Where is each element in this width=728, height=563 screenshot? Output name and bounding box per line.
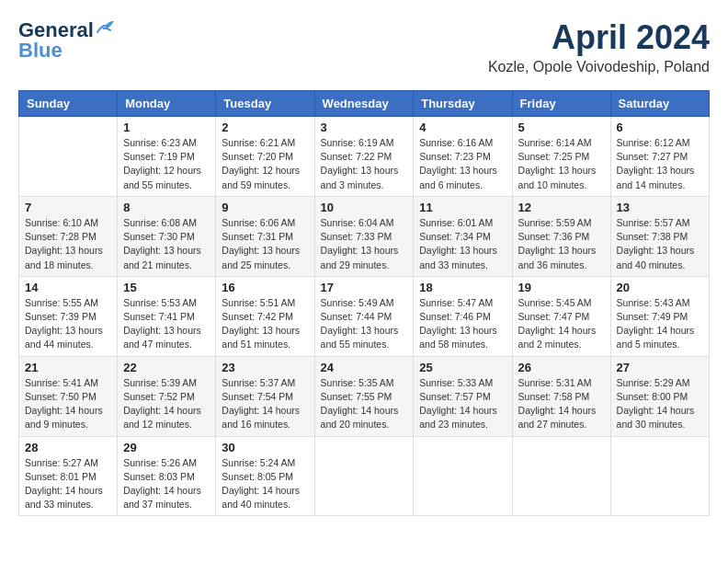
calendar-cell: 20Sunrise: 5:43 AM Sunset: 7:49 PM Dayli… bbox=[610, 276, 709, 356]
location-title: Kozle, Opole Voivodeship, Poland bbox=[488, 59, 710, 75]
day-info: Sunrise: 6:06 AM Sunset: 7:31 PM Dayligh… bbox=[222, 216, 308, 272]
day-info: Sunrise: 6:12 AM Sunset: 7:27 PM Dayligh… bbox=[617, 136, 703, 192]
day-number: 10 bbox=[321, 201, 408, 214]
day-info: Sunrise: 5:41 AM Sunset: 7:50 PM Dayligh… bbox=[25, 376, 111, 432]
calendar-cell: 30Sunrise: 5:24 AM Sunset: 8:05 PM Dayli… bbox=[216, 436, 314, 516]
day-number: 29 bbox=[123, 441, 210, 454]
calendar-cell bbox=[414, 436, 512, 516]
day-number: 6 bbox=[617, 121, 703, 134]
calendar-cell: 6Sunrise: 6:12 AM Sunset: 7:27 PM Daylig… bbox=[610, 117, 709, 197]
day-number: 9 bbox=[222, 201, 308, 214]
day-number: 3 bbox=[321, 121, 408, 134]
logo-bird-icon bbox=[96, 21, 116, 36]
calendar-cell: 14Sunrise: 5:55 AM Sunset: 7:39 PM Dayli… bbox=[19, 276, 118, 356]
title-area: April 2024 Kozle, Opole Voivodeship, Pol… bbox=[488, 18, 710, 75]
day-info: Sunrise: 5:43 AM Sunset: 7:49 PM Dayligh… bbox=[617, 296, 703, 352]
calendar-cell: 18Sunrise: 5:47 AM Sunset: 7:46 PM Dayli… bbox=[414, 276, 512, 356]
day-number: 15 bbox=[123, 281, 210, 294]
day-info: Sunrise: 5:26 AM Sunset: 8:03 PM Dayligh… bbox=[123, 456, 210, 512]
day-number: 22 bbox=[123, 361, 210, 374]
day-number: 11 bbox=[419, 201, 506, 214]
day-number: 26 bbox=[518, 361, 605, 374]
header: General Blue April 2024 Kozle, Opole Voi… bbox=[18, 18, 710, 75]
day-info: Sunrise: 5:27 AM Sunset: 8:01 PM Dayligh… bbox=[25, 456, 111, 512]
day-number: 23 bbox=[222, 361, 308, 374]
day-number: 30 bbox=[222, 441, 308, 454]
col-friday: Friday bbox=[512, 91, 610, 117]
day-number: 17 bbox=[321, 281, 408, 294]
day-number: 4 bbox=[419, 121, 506, 134]
day-number: 19 bbox=[518, 281, 605, 294]
day-info: Sunrise: 5:49 AM Sunset: 7:44 PM Dayligh… bbox=[321, 296, 408, 352]
col-wednesday: Wednesday bbox=[314, 91, 414, 117]
day-info: Sunrise: 5:37 AM Sunset: 7:54 PM Dayligh… bbox=[222, 376, 308, 432]
calendar-cell: 21Sunrise: 5:41 AM Sunset: 7:50 PM Dayli… bbox=[19, 356, 118, 436]
calendar-cell: 17Sunrise: 5:49 AM Sunset: 7:44 PM Dayli… bbox=[314, 276, 414, 356]
logo: General Blue bbox=[18, 18, 116, 63]
calendar-cell: 23Sunrise: 5:37 AM Sunset: 7:54 PM Dayli… bbox=[216, 356, 314, 436]
calendar-cell: 5Sunrise: 6:14 AM Sunset: 7:25 PM Daylig… bbox=[512, 117, 610, 197]
calendar-cell: 10Sunrise: 6:04 AM Sunset: 7:33 PM Dayli… bbox=[314, 196, 414, 276]
day-number: 13 bbox=[617, 201, 703, 214]
col-thursday: Thursday bbox=[414, 91, 512, 117]
week-row-1: 1Sunrise: 6:23 AM Sunset: 7:19 PM Daylig… bbox=[19, 117, 710, 197]
calendar-cell: 15Sunrise: 5:53 AM Sunset: 7:41 PM Dayli… bbox=[118, 276, 216, 356]
day-number: 2 bbox=[222, 121, 308, 134]
calendar-cell: 26Sunrise: 5:31 AM Sunset: 7:58 PM Dayli… bbox=[512, 356, 610, 436]
calendar-cell: 25Sunrise: 5:33 AM Sunset: 7:57 PM Dayli… bbox=[414, 356, 512, 436]
week-row-4: 21Sunrise: 5:41 AM Sunset: 7:50 PM Dayli… bbox=[19, 356, 710, 436]
calendar-cell: 13Sunrise: 5:57 AM Sunset: 7:38 PM Dayli… bbox=[610, 196, 709, 276]
day-info: Sunrise: 6:19 AM Sunset: 7:22 PM Dayligh… bbox=[321, 136, 408, 192]
month-title: April 2024 bbox=[488, 18, 710, 57]
calendar-cell: 2Sunrise: 6:21 AM Sunset: 7:20 PM Daylig… bbox=[216, 117, 314, 197]
calendar-cell: 4Sunrise: 6:16 AM Sunset: 7:23 PM Daylig… bbox=[414, 117, 512, 197]
day-number: 18 bbox=[419, 281, 506, 294]
calendar-cell: 29Sunrise: 5:26 AM Sunset: 8:03 PM Dayli… bbox=[118, 436, 216, 516]
calendar-cell: 12Sunrise: 5:59 AM Sunset: 7:36 PM Dayli… bbox=[512, 196, 610, 276]
calendar-cell: 27Sunrise: 5:29 AM Sunset: 8:00 PM Dayli… bbox=[610, 356, 709, 436]
col-saturday: Saturday bbox=[610, 91, 709, 117]
calendar-table: Sunday Monday Tuesday Wednesday Thursday… bbox=[18, 90, 710, 516]
calendar-cell: 22Sunrise: 5:39 AM Sunset: 7:52 PM Dayli… bbox=[118, 356, 216, 436]
day-info: Sunrise: 5:59 AM Sunset: 7:36 PM Dayligh… bbox=[518, 216, 605, 272]
day-number: 5 bbox=[518, 121, 605, 134]
day-info: Sunrise: 6:21 AM Sunset: 7:20 PM Dayligh… bbox=[222, 136, 308, 192]
day-info: Sunrise: 6:14 AM Sunset: 7:25 PM Dayligh… bbox=[518, 136, 605, 192]
calendar-cell: 16Sunrise: 5:51 AM Sunset: 7:42 PM Dayli… bbox=[216, 276, 314, 356]
calendar-cell: 8Sunrise: 6:08 AM Sunset: 7:30 PM Daylig… bbox=[118, 196, 216, 276]
day-info: Sunrise: 6:04 AM Sunset: 7:33 PM Dayligh… bbox=[321, 216, 408, 272]
day-number: 27 bbox=[617, 361, 703, 374]
day-info: Sunrise: 5:47 AM Sunset: 7:46 PM Dayligh… bbox=[419, 296, 506, 352]
day-info: Sunrise: 6:23 AM Sunset: 7:19 PM Dayligh… bbox=[123, 136, 210, 192]
week-row-2: 7Sunrise: 6:10 AM Sunset: 7:28 PM Daylig… bbox=[19, 196, 710, 276]
day-info: Sunrise: 5:51 AM Sunset: 7:42 PM Dayligh… bbox=[222, 296, 308, 352]
col-tuesday: Tuesday bbox=[216, 91, 314, 117]
col-monday: Monday bbox=[118, 91, 216, 117]
day-number: 20 bbox=[617, 281, 703, 294]
day-info: Sunrise: 6:01 AM Sunset: 7:34 PM Dayligh… bbox=[419, 216, 506, 272]
week-row-5: 28Sunrise: 5:27 AM Sunset: 8:01 PM Dayli… bbox=[19, 436, 710, 516]
calendar-cell: 1Sunrise: 6:23 AM Sunset: 7:19 PM Daylig… bbox=[118, 117, 216, 197]
calendar-cell: 11Sunrise: 6:01 AM Sunset: 7:34 PM Dayli… bbox=[414, 196, 512, 276]
calendar-cell bbox=[314, 436, 414, 516]
day-info: Sunrise: 6:08 AM Sunset: 7:30 PM Dayligh… bbox=[123, 216, 210, 272]
week-row-3: 14Sunrise: 5:55 AM Sunset: 7:39 PM Dayli… bbox=[19, 276, 710, 356]
day-number: 1 bbox=[123, 121, 210, 134]
day-number: 21 bbox=[25, 361, 111, 374]
day-info: Sunrise: 6:16 AM Sunset: 7:23 PM Dayligh… bbox=[419, 136, 506, 192]
calendar-cell: 19Sunrise: 5:45 AM Sunset: 7:47 PM Dayli… bbox=[512, 276, 610, 356]
day-number: 7 bbox=[25, 201, 111, 214]
logo-blue: Blue bbox=[18, 39, 63, 63]
day-info: Sunrise: 5:31 AM Sunset: 7:58 PM Dayligh… bbox=[518, 376, 605, 432]
calendar-cell: 28Sunrise: 5:27 AM Sunset: 8:01 PM Dayli… bbox=[19, 436, 118, 516]
day-info: Sunrise: 5:33 AM Sunset: 7:57 PM Dayligh… bbox=[419, 376, 506, 432]
col-sunday: Sunday bbox=[19, 91, 118, 117]
calendar-cell: 3Sunrise: 6:19 AM Sunset: 7:22 PM Daylig… bbox=[314, 117, 414, 197]
day-info: Sunrise: 6:10 AM Sunset: 7:28 PM Dayligh… bbox=[25, 216, 111, 272]
day-number: 25 bbox=[419, 361, 506, 374]
day-number: 12 bbox=[518, 201, 605, 214]
column-headers: Sunday Monday Tuesday Wednesday Thursday… bbox=[19, 91, 710, 117]
calendar-cell bbox=[19, 117, 118, 197]
day-info: Sunrise: 5:29 AM Sunset: 8:00 PM Dayligh… bbox=[617, 376, 703, 432]
day-number: 8 bbox=[123, 201, 210, 214]
